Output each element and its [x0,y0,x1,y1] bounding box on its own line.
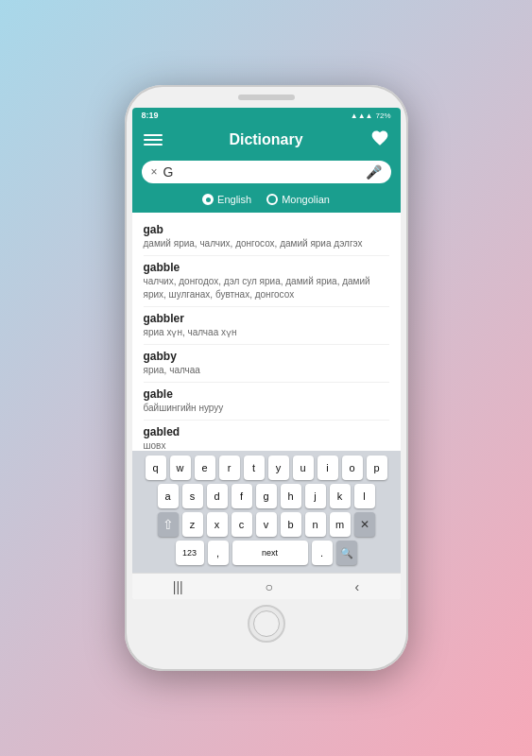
heart-icon[interactable] [370,129,389,151]
word-definition-3: яриа, чалчаа [144,364,389,377]
word-title-3: gabby [144,350,389,363]
word-title-5: gabled [144,425,389,438]
word-item-0[interactable]: gab дамий яриа, чалчих, донгосох, дамий … [144,218,389,256]
key-x[interactable]: x [207,512,228,537]
word-title-1: gabble [144,261,389,274]
phone-home-button[interactable] [248,605,285,643]
search-key[interactable]: 🔍 [336,541,357,565]
key-z[interactable]: z [182,512,203,537]
word-title-4: gable [144,387,389,401]
language-selector: English Mongolian [132,189,401,213]
word-item-3[interactable]: gabby яриа, чалчаа [144,345,389,383]
keyboard: q w e r t y u i o p a s d f g h j k l [132,451,401,573]
status-signal: ▲▲▲ [351,112,373,120]
nav-home-icon[interactable]: ○ [265,579,272,594]
mic-icon[interactable]: 🎤 [366,164,382,180]
keyboard-row-4: 123 , next . 🔍 [135,541,398,565]
key-w[interactable]: w [170,455,191,480]
word-definition-2: яриа хүн, чалчаа хүн [144,326,389,339]
bottom-nav: ||| ○ ‹ [132,573,401,599]
word-item-4[interactable]: gable байшингийн нуруу [144,383,389,421]
app-title: Dictionary [229,131,302,148]
lang-english-label: English [217,194,251,205]
key-b[interactable]: b [281,512,301,537]
key-h[interactable]: h [281,484,301,508]
search-bar: × G 🎤 [132,157,401,189]
numeric-key[interactable]: 123 [176,541,204,565]
key-c[interactable]: c [232,512,252,537]
key-g[interactable]: g [256,484,277,508]
key-p[interactable]: p [367,455,387,480]
word-item-5[interactable]: gabled шовх [144,421,389,451]
word-title-2: gabbler [144,312,389,325]
keyboard-row-2: a s d f g h j k l [135,484,398,508]
word-item-2[interactable]: gabbler яриа хүн, чалчаа хүн [144,307,389,345]
key-j[interactable]: j [305,484,326,508]
status-icons: ▲▲▲ 72% [351,112,391,120]
keyboard-row-1: q w e r t y u i o p [135,455,398,480]
key-a[interactable]: a [158,484,179,508]
comma-key[interactable]: , [208,541,229,565]
word-definition-1: чалчих, донгодох, дэл сул яриа, дамий яр… [144,275,389,301]
phone-speaker [238,94,295,100]
search-query[interactable]: G [163,164,360,180]
radio-english[interactable] [202,194,214,205]
status-time: 8:19 [142,111,159,120]
key-r[interactable]: r [219,455,240,480]
radio-mongolian[interactable] [266,194,278,205]
status-bar: 8:19 ▲▲▲ 72% [132,108,401,123]
phone-frame: 8:19 ▲▲▲ 72% Dictionary × G 🎤 [125,85,408,671]
word-definition-0: дамий яриа, чалчих, донгосох, дамий яриа… [144,237,389,250]
key-k[interactable]: k [330,484,351,508]
key-n[interactable]: n [305,512,326,537]
shift-key[interactable]: ⇧ [158,512,179,537]
word-item-1[interactable]: gabble чалчих, донгодох, дэл сул яриа, д… [144,256,389,307]
key-q[interactable]: q [146,455,166,480]
key-d[interactable]: d [207,484,228,508]
word-definition-4: байшингийн нуруу [144,402,389,415]
key-e[interactable]: e [195,455,215,480]
word-definition-5: шовх [144,439,389,451]
search-clear-button[interactable]: × [151,165,158,179]
keyboard-row-3: ⇧ z x c v b n m ✕ [135,512,398,537]
key-f[interactable]: f [232,484,252,508]
next-key[interactable]: next [232,541,308,565]
key-t[interactable]: t [244,455,265,480]
key-i[interactable]: i [317,455,338,480]
key-o[interactable]: o [342,455,363,480]
lang-mongolian[interactable]: Mongolian [266,194,330,205]
nav-recent-icon[interactable]: ‹ [354,579,359,594]
menu-icon[interactable] [144,130,163,149]
key-v[interactable]: v [256,512,277,537]
phone-home-inner [253,610,280,637]
search-input-wrapper[interactable]: × G 🎤 [142,161,391,183]
status-battery: 72% [375,112,390,120]
key-y[interactable]: y [268,455,289,480]
nav-back-icon[interactable]: ||| [173,579,183,594]
period-key[interactable]: . [312,541,333,565]
lang-english[interactable]: English [202,194,251,205]
delete-key[interactable]: ✕ [354,512,375,537]
app-bar: Dictionary [132,123,401,157]
key-l[interactable]: l [354,484,375,508]
word-title-0: gab [144,223,389,236]
lang-mongolian-label: Mongolian [282,194,330,205]
key-s[interactable]: s [182,484,203,508]
key-m[interactable]: m [330,512,351,537]
phone-screen: 8:19 ▲▲▲ 72% Dictionary × G 🎤 [132,108,401,599]
word-list: gab дамий яриа, чалчих, донгосох, дамий … [132,213,401,451]
key-u[interactable]: u [293,455,314,480]
